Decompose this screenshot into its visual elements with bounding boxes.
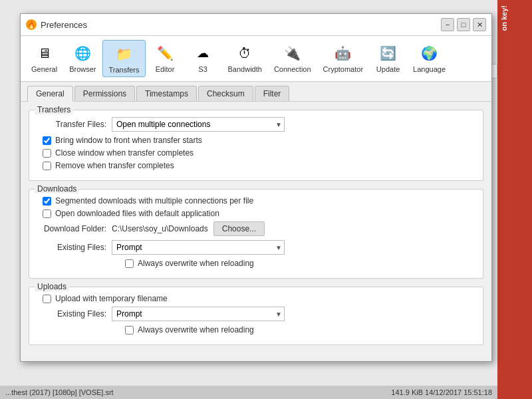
temp-filename-checkbox[interactable] <box>43 295 51 303</box>
downloads-section-title: Downloads <box>35 184 79 194</box>
editor-icon <box>154 43 176 64</box>
existing-files-select[interactable]: Prompt Overwrite Skip Rename <box>112 240 285 255</box>
toolbar-label-language: Language <box>413 65 446 73</box>
close-window-row: Close window when transfer completes <box>39 148 473 158</box>
existing-files-row: Existing Files: Prompt Overwrite Skip Re… <box>39 240 473 255</box>
toolbar-item-editor[interactable]: Editor <box>147 40 184 77</box>
s3-icon <box>192 43 213 64</box>
open-default-checkbox[interactable] <box>43 209 51 218</box>
status-left: ...thest (2017) [1080p] [VOSE].srt <box>5 388 114 396</box>
download-folder-label: Download Folder: <box>39 224 112 233</box>
overwrite-reloading-row: Always overwrite when reloading <box>39 259 473 268</box>
sidebar-label: on key! <box>497 0 511 37</box>
general-icon <box>34 43 55 64</box>
transfer-files-row: Transfer Files: Open multiple connection… <box>39 117 473 132</box>
toolbar-item-update[interactable]: Update <box>370 40 406 77</box>
choose-button[interactable]: Choose... <box>213 221 265 236</box>
transfer-files-control: Open multiple connections Open single co… <box>112 117 473 132</box>
segmented-label: Segmented downloads with multiple connec… <box>55 196 253 205</box>
bring-window-row: Bring window to front when transfer star… <box>39 136 473 145</box>
toolbar-label-connection: Connection <box>274 65 311 73</box>
transfers-icon <box>114 43 135 65</box>
language-icon <box>419 43 440 64</box>
toolbar-label-browser: Browser <box>69 65 96 73</box>
toolbar-item-transfers[interactable]: Transfers <box>102 40 145 77</box>
existing-files-control: Prompt Overwrite Skip Rename ▼ <box>112 240 473 255</box>
transfer-files-select-wrapper: Open multiple connections Open single co… <box>112 117 285 132</box>
toolbar-label-cryptomator: Cryptomator <box>323 65 364 73</box>
segmented-checkbox[interactable] <box>43 197 51 205</box>
transfer-files-label: Transfer Files: <box>39 120 112 129</box>
open-default-label: Open downloaded files with default appli… <box>55 209 219 218</box>
overwrite-reload-checkbox[interactable] <box>125 259 134 268</box>
close-button[interactable]: ✕ <box>473 18 486 31</box>
uploads-existing-files-control: Prompt Overwrite Skip Rename ▼ <box>112 307 473 321</box>
close-window-checkbox[interactable] <box>43 149 51 158</box>
toolbar-item-cryptomator[interactable]: Cryptomator <box>318 40 369 77</box>
tab-timestamps[interactable]: Timestamps <box>136 86 197 101</box>
update-icon <box>378 43 399 64</box>
status-bar: ...thest (2017) [1080p] [VOSE].srt 141.9… <box>0 386 497 399</box>
uploads-section-title: Uploads <box>35 282 69 291</box>
toolbar-label-general: General <box>31 65 57 73</box>
remove-when-label: Remove when transfer completes <box>55 161 174 170</box>
content-area: Transfers Transfer Files: Open multiple … <box>21 102 491 361</box>
segmented-row: Segmented downloads with multiple connec… <box>39 196 473 205</box>
transfer-files-select[interactable]: Open multiple connections Open single co… <box>112 117 285 132</box>
toolbar-label-bandwidth: Bandwidth <box>228 65 262 73</box>
temp-filename-label: Upload with temporary filename <box>55 294 168 303</box>
toolbar-item-general[interactable]: General <box>26 40 63 77</box>
existing-files-label: Existing Files: <box>39 243 112 252</box>
bring-window-checkbox[interactable] <box>43 136 51 145</box>
transfers-section: Transfers Transfer Files: Open multiple … <box>29 110 483 181</box>
remove-when-row: Remove when transfer completes <box>39 161 473 170</box>
browser-icon <box>72 43 93 64</box>
dialog-icon: 🔥 <box>26 19 37 30</box>
transfers-section-title: Transfers <box>35 105 73 114</box>
remove-when-checkbox[interactable] <box>43 162 51 170</box>
toolbar-item-s3[interactable]: S3 <box>185 40 221 77</box>
status-right: 141.9 KiB 14/12/2017 15:51:18 <box>391 388 492 396</box>
toolbar-item-browser[interactable]: Browser <box>64 40 101 77</box>
dialog-controls: − □ ✕ <box>441 18 486 31</box>
downloads-section: Downloads Segmented downloads with multi… <box>29 189 483 279</box>
toolbar-label-s3: S3 <box>198 65 207 73</box>
close-window-label: Close window when transfer completes <box>55 148 194 158</box>
tab-permissions[interactable]: Permissions <box>74 86 135 101</box>
open-default-row: Open downloaded files with default appli… <box>39 209 473 218</box>
toolbar-label-editor: Editor <box>156 65 175 73</box>
uploads-existing-files-label: Existing Files: <box>39 309 112 319</box>
tabs-bar: General Permissions Timestamps Checksum … <box>21 82 491 102</box>
overwrite-reload-label: Always overwrite when reloading <box>138 259 254 268</box>
dialog-title: Preferences <box>41 20 441 30</box>
tab-general[interactable]: General <box>27 86 73 102</box>
red-sidebar: on key! <box>497 0 532 399</box>
overwrite-reload-checkbox-row: Always overwrite when reloading <box>125 259 473 268</box>
existing-files-select-wrapper: Prompt Overwrite Skip Rename ▼ <box>112 240 285 255</box>
bring-window-label: Bring window to front when transfer star… <box>55 136 202 145</box>
uploads-overwrite-reload-label: Always overwrite when reloading <box>138 325 254 334</box>
download-folder-path: C:\Users\soy_u\Downloads <box>112 224 208 233</box>
toolbar-item-language[interactable]: Language <box>408 40 451 77</box>
tab-checksum[interactable]: Checksum <box>198 86 253 101</box>
bandwidth-icon <box>234 43 255 64</box>
toolbar-item-connection[interactable]: Connection <box>269 40 317 77</box>
maximize-button[interactable]: □ <box>457 18 470 31</box>
uploads-overwrite-reloading-row: Always overwrite when reloading <box>39 325 473 334</box>
uploads-existing-files-row: Existing Files: Prompt Overwrite Skip Re… <box>39 307 473 321</box>
download-folder-row: Download Folder: C:\Users\soy_u\Download… <box>39 221 473 236</box>
connection-icon <box>282 43 303 64</box>
minimize-button[interactable]: − <box>441 18 454 31</box>
tab-filter[interactable]: Filter <box>255 86 290 101</box>
toolbar-item-bandwidth[interactable]: Bandwidth <box>223 40 267 77</box>
uploads-existing-files-select[interactable]: Prompt Overwrite Skip Rename <box>112 307 285 321</box>
uploads-overwrite-reload-checkbox[interactable] <box>125 326 134 334</box>
uploads-overwrite-reload-checkbox-row: Always overwrite when reloading <box>125 325 473 334</box>
preferences-dialog: 🔥 Preferences − □ ✕ General Browser Tran… <box>20 13 492 362</box>
toolbar-label-transfers: Transfers <box>108 66 139 74</box>
toolbar: General Browser Transfers Editor S3 Band… <box>21 36 491 82</box>
uploads-existing-files-select-wrapper: Prompt Overwrite Skip Rename ▼ <box>112 307 285 321</box>
cryptomator-icon <box>332 43 354 64</box>
temp-filename-row: Upload with temporary filename <box>39 294 473 303</box>
toolbar-label-update: Update <box>376 65 400 73</box>
